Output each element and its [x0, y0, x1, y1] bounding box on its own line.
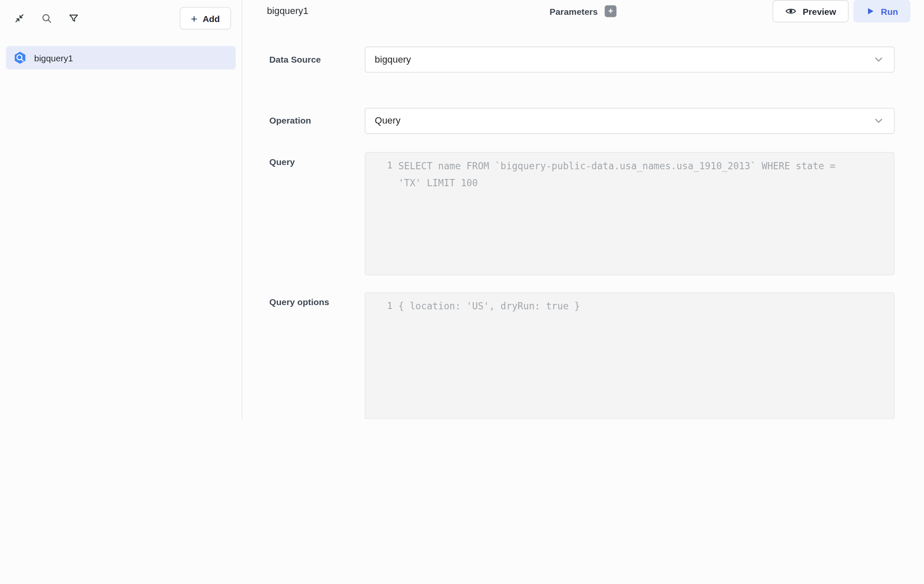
- query-placeholder-text: SELECT name FROM `bigquery-public-data.u…: [399, 157, 855, 192]
- query-editor-panel: bigquery1 Parameters + Preview: [242, 0, 924, 419]
- play-icon: [866, 6, 875, 16]
- arrows-diagonal-minimize-icon: [14, 12, 25, 24]
- query-editor-header: bigquery1 Parameters + Preview: [242, 0, 924, 22]
- eye-icon: [785, 6, 797, 17]
- query-options-placeholder-text: { location: 'US', dryRun: true }: [399, 298, 580, 314]
- run-button-label: Run: [881, 6, 898, 17]
- query-sidebar: + Add bigquery1: [0, 0, 242, 419]
- add-parameter-button[interactable]: +: [605, 6, 617, 17]
- app-root: + Add bigquery1 bigquery1 Paramet: [0, 0, 924, 419]
- line-number: 1: [366, 157, 393, 174]
- parameters-section: Parameters +: [550, 6, 616, 17]
- query-title: bigquery1: [267, 6, 308, 17]
- search-icon: [41, 12, 52, 24]
- operation-select[interactable]: Query: [365, 108, 894, 134]
- chevron-down-icon: [873, 54, 885, 66]
- bigquery-icon: [13, 51, 27, 65]
- sidebar-toolbar: + Add: [0, 0, 242, 36]
- search-button[interactable]: [38, 9, 55, 27]
- header-actions: Preview Run: [773, 0, 910, 22]
- preview-button[interactable]: Preview: [773, 0, 848, 22]
- data-source-row: Data Source bigquery: [270, 47, 895, 72]
- filter-button[interactable]: [65, 9, 82, 27]
- query-label: Query: [270, 152, 365, 168]
- operation-label: Operation: [270, 114, 365, 127]
- filter-icon: [68, 12, 80, 24]
- query-list: bigquery1: [0, 36, 242, 69]
- query-options-row: Query options 1 { location: 'US', dryRun…: [270, 292, 895, 419]
- query-options-label: Query options: [270, 292, 365, 309]
- chevron-down-icon: [873, 115, 885, 127]
- query-list-item-bigquery1[interactable]: bigquery1: [6, 46, 236, 70]
- parameters-label: Parameters: [550, 6, 598, 17]
- add-query-button[interactable]: + Add: [179, 7, 231, 30]
- query-options-editor[interactable]: 1 { location: 'US', dryRun: true }: [365, 292, 894, 419]
- preview-button-label: Preview: [803, 6, 836, 17]
- query-item-label: bigquery1: [34, 53, 73, 63]
- query-code-editor[interactable]: 1 SELECT name FROM `bigquery-public-data…: [365, 152, 894, 275]
- query-row: Query 1 SELECT name FROM `bigquery-publi…: [270, 152, 895, 275]
- data-source-value: bigquery: [375, 54, 411, 65]
- query-form: Data Source bigquery Operation Query: [242, 22, 924, 419]
- add-button-label: Add: [203, 13, 220, 23]
- data-source-label: Data Source: [270, 53, 365, 66]
- plus-icon: +: [191, 13, 197, 24]
- data-source-select[interactable]: bigquery: [365, 47, 894, 72]
- operation-value: Query: [375, 116, 401, 126]
- run-button[interactable]: Run: [853, 0, 910, 22]
- line-number: 1: [366, 298, 393, 314]
- collapse-panel-button[interactable]: [11, 9, 28, 27]
- plus-icon: +: [608, 7, 613, 15]
- operation-row: Operation Query: [270, 108, 895, 134]
